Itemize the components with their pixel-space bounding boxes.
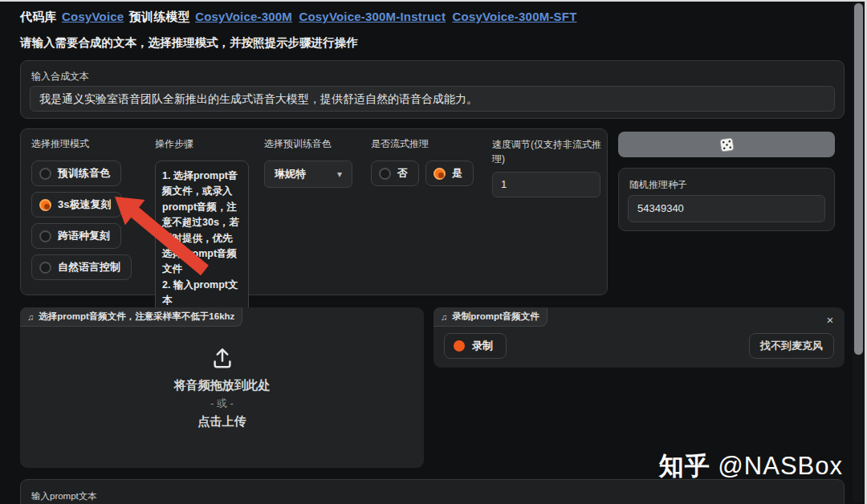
scrollbar-track[interactable] [853,2,865,502]
streaming-label: 是否流式推理 [371,137,487,151]
steps-label: 操作步骤 [155,137,250,151]
dice-icon [719,137,735,152]
link-cosyvoice-300m-sft[interactable]: CosyVoice-300M-SFT [452,10,576,23]
voice-column: 选择预训练音色 琳妮特 ▾ [264,137,354,188]
watermark-user: @NASBox [718,452,843,480]
record-dot-icon [454,340,465,352]
prompt-audio-record-panel: ♫ 录制prompt音频文件 × 录制 找不到麦克风 [434,307,845,368]
synthesis-text-panel: 输入合成文本 我是通义实验室语音团队全新推出的生成式语音大模型，提供舒适自然的语… [20,60,845,119]
click-upload-text: 点击上传 [198,414,246,429]
radio-icon [39,168,51,180]
mode-option-3s-clone[interactable]: 3s极速复刻 [31,192,122,217]
inference-settings-panel: 选择推理模式 预训练音色 3s极速复刻 跨语种复刻 自然语言控制 [20,128,608,295]
header-links: 代码库 CosyVoice 预训练模型 CosyVoice-300M CosyV… [20,10,579,25]
scrollbar-thumb[interactable] [854,3,863,355]
seed-input[interactable]: 54349340 [628,195,825,222]
zhihu-watermark: 知乎 @NASBox [659,449,843,483]
music-note-icon: ♫ [27,312,34,322]
radio-selected-icon [39,199,51,211]
radio-icon [39,262,51,274]
voice-label: 选择预训练音色 [264,137,354,151]
audio-drop-zone[interactable]: 将音频拖放到此处 - 或 - 点击上传 [20,307,424,468]
voice-selected-value: 琳妮特 [275,167,306,181]
window-frame-top [0,0,867,2]
repo-label: 代码库 [20,10,57,23]
mode-option-crosslingual-clone[interactable]: 跨语种复刻 [31,223,121,249]
prompt-audio-upload-panel: ♫ 选择prompt音频文件，注意采样率不低于16khz 将音频拖放到此处 - … [20,307,424,468]
link-cosyvoice-300m[interactable]: CosyVoice-300M [195,10,292,23]
synthesis-text-label: 输入合成文本 [31,70,89,83]
mode-option-pretrained-voice[interactable]: 预训练音色 [31,161,121,186]
radio-selected-icon [434,168,446,180]
link-cosyvoice-300m-instruct[interactable]: CosyVoice-300M-Instruct [299,10,446,23]
speed-input[interactable]: 1 [492,172,600,197]
streaming-option-no[interactable]: 否 [371,161,419,186]
mode-label: 选择推理模式 [31,137,152,151]
link-cosyvoice[interactable]: CosyVoice [62,10,124,23]
watermark-site: 知乎 [659,452,710,480]
microphone-status[interactable]: 找不到麦克风 [749,333,834,359]
radio-icon [379,168,391,180]
record-panel-tag: ♫ 录制prompt音频文件 [434,307,547,327]
music-note-icon: ♫ [441,312,447,322]
mode-option-natural-language-control[interactable]: 自然语言控制 [31,254,132,280]
close-icon[interactable]: × [822,312,838,328]
mode-column: 选择推理模式 预训练音色 3s极速复刻 跨语种复刻 自然语言控制 [31,137,152,280]
cosyvoice-app: 代码库 CosyVoice 预训练模型 CosyVoice-300M CosyV… [0,0,867,504]
voice-dropdown[interactable]: 琳妮特 ▾ [264,161,352,188]
record-button[interactable]: 录制 [444,333,507,359]
drop-text: 将音频拖放到此处 [174,378,271,393]
or-text: - 或 - [210,396,234,411]
prompt-text-label: 输入prompt文本 [31,490,97,502]
random-seed-button[interactable] [618,132,835,157]
pretrained-label: 预训练模型 [129,10,190,23]
upload-icon [210,346,234,370]
streaming-option-yes[interactable]: 是 [425,161,474,186]
speed-column: 速度调节(仅支持非流式推理) 1 [492,137,604,197]
radio-icon [39,230,51,242]
mode-radio-group: 预训练音色 3s极速复刻 跨语种复刻 自然语言控制 [31,161,152,280]
instruction-text: 请输入需要合成的文本，选择推理模式，并按照提示步骤进行操作 [20,35,358,51]
streaming-column: 是否流式推理 否 是 [371,137,487,186]
record-controls-row: 录制 找不到麦克风 [444,333,834,359]
streaming-radio-group: 否 是 [371,161,487,186]
speed-label: 速度调节(仅支持非流式推理) [492,137,604,166]
chevron-down-icon: ▾ [337,169,342,180]
random-seed-panel: 随机推理种子 54349340 [618,168,835,231]
synthesis-text-input[interactable]: 我是通义实验室语音团队全新推出的生成式语音大模型，提供舒适自然的语音合成能力。 [30,86,835,112]
upload-panel-tag: ♫ 选择prompt音频文件，注意采样率不低于16khz [20,307,242,327]
seed-label: 随机推理种子 [629,178,687,192]
